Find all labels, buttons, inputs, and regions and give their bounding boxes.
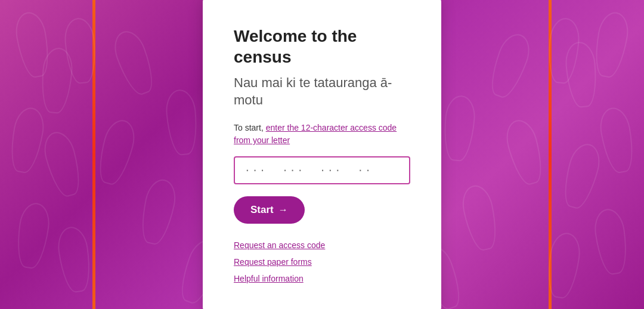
deco-leaf [597,105,637,175]
deco-leaf [40,128,86,199]
deco-leaf [592,207,631,276]
deco-leaf [55,225,94,294]
deco-leaf [7,105,47,175]
deco-leaf [485,30,535,101]
deco-leaf [564,41,599,109]
deco-leaf [39,47,74,115]
deco-leaf [164,88,199,156]
deco-leaf [109,27,160,98]
welcome-card: Welcome to the census Nau mai ki te tata… [203,0,441,309]
request-access-code-link[interactable]: Request an access code [234,240,410,250]
helpful-information-link[interactable]: Helpful information [234,274,410,283]
request-paper-forms-link[interactable]: Request paper forms [234,257,410,267]
deco-leaf [559,140,605,211]
deco-leaf [137,177,179,247]
accent-line-1 [92,0,95,309]
deco-leaf [13,10,53,79]
deco-leaf [14,201,52,270]
subtitle-text: To start, enter the 12-character access … [234,122,410,147]
deco-leaf [94,116,140,187]
deco-leaf [502,116,548,187]
arrow-icon: → [278,205,288,215]
page-title-english: Welcome to the census [234,26,410,67]
deco-leaf [591,10,631,79]
links-section: Request an access code Request paper for… [234,240,410,283]
subtitle-prefix: To start, [234,123,266,132]
start-button[interactable]: Start → [234,196,305,224]
start-button-label: Start [250,204,274,216]
deco-leaf [459,183,501,253]
accent-line-2 [549,0,552,309]
page-title-maori: Nau mai ki te tatauranga ā-motu [234,75,410,109]
deco-leaf [441,94,476,162]
access-code-input[interactable] [234,156,410,184]
